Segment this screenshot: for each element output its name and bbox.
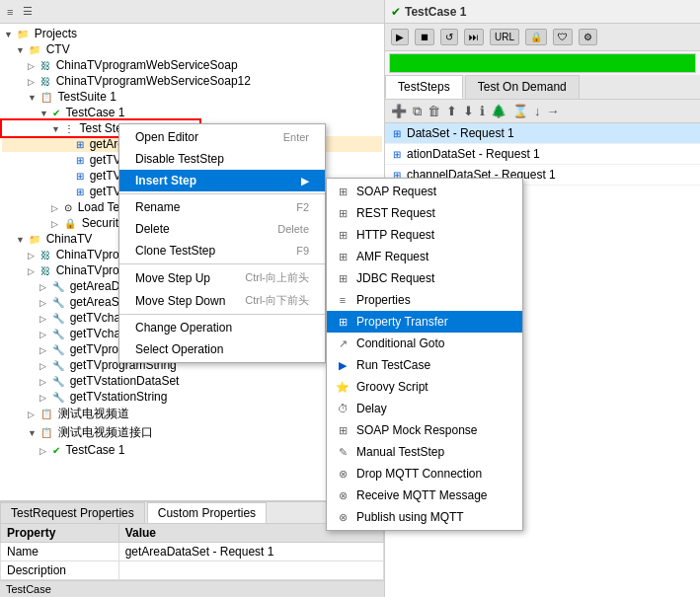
submenu-publish-mqtt[interactable]: ⊗ Publish using MQTT: [327, 506, 522, 528]
move-up-icon[interactable]: ⬆: [444, 103, 459, 119]
tree-item[interactable]: ▼ 📋 TestSuite 1: [2, 89, 382, 105]
menu-rename[interactable]: Rename F2: [119, 196, 325, 218]
tree-item[interactable]: ▼ 📁 Projects: [2, 26, 382, 41]
menu-insert-step[interactable]: Insert Step ▶: [119, 170, 325, 191]
submenu-amf-request[interactable]: ⊞ AMF Request: [327, 246, 522, 267]
table-row: Name getAreaDataSet - Request 1: [1, 543, 384, 561]
submenu-receive-mqtt[interactable]: ⊗ Receive MQTT Message: [327, 485, 522, 506]
publish-mqtt-icon: ⊗: [335, 511, 350, 524]
progress-area: [389, 53, 696, 73]
menu-move-step-up[interactable]: Move Step Up Ctrl-向上前头: [119, 266, 325, 289]
skip-button[interactable]: ⏭: [464, 29, 484, 45]
submenu-jdbc-request[interactable]: ⊞ JDBC Request: [327, 267, 522, 289]
list-icon[interactable]: ☰: [20, 4, 36, 19]
tree-icon[interactable]: 🌲: [489, 103, 508, 119]
menu-open-editor[interactable]: Open Editor Enter: [119, 126, 325, 148]
jdbc-request-icon: ⊞: [335, 272, 350, 285]
properties-table: Property Value Name getAreaDataSet - Req…: [0, 523, 384, 580]
arrow-icon[interactable]: ↓: [532, 103, 543, 119]
submenu-groovy-script[interactable]: ⭐ Groovy Script: [327, 376, 522, 398]
submenu-conditional-goto[interactable]: ↗ Conditional Goto: [327, 333, 522, 354]
tab-custom-properties[interactable]: Custom Properties: [147, 502, 267, 523]
soap-request-icon: ⊞: [335, 186, 350, 198]
copy-icon[interactable]: ⧉: [411, 103, 424, 120]
menu-change-operation[interactable]: Change Operation: [119, 317, 325, 338]
tree-item[interactable]: ▼ 📁 CTV: [2, 41, 382, 57]
tree-item[interactable]: ▷ ⛓ ChinaTVprogramWebServiceSoap12: [2, 73, 382, 89]
drop-mqtt-icon: ⊗: [335, 468, 350, 481]
prop-name-cell: Description: [1, 561, 119, 580]
submenu-manual-teststep[interactable]: ✎ Manual TestStep: [327, 441, 522, 463]
tab-testondemand[interactable]: Test On Demand: [465, 75, 580, 99]
refresh-button[interactable]: ↺: [440, 29, 458, 45]
play-button[interactable]: ▶: [391, 29, 409, 45]
filter-icon[interactable]: ⌛: [510, 103, 530, 119]
menu-select-operation[interactable]: Select Operation: [119, 338, 325, 360]
insert-step-submenu: ⊞ SOAP Request ⊞ REST Request ⊞ HTTP Req…: [326, 178, 523, 531]
menu-icon[interactable]: ≡: [4, 5, 16, 19]
submenu-delay[interactable]: ⏱ Delay: [327, 398, 522, 419]
arrow2-icon[interactable]: →: [545, 103, 562, 119]
http-request-icon: ⊞: [335, 229, 350, 242]
step-item[interactable]: ⊞ DataSet - Request 1: [385, 123, 700, 144]
properties-icon: ≡: [335, 294, 350, 306]
delete-icon[interactable]: 🗑: [426, 103, 442, 119]
menu-divider: [119, 193, 325, 194]
bottom-status: TestCase: [0, 580, 384, 597]
security-button[interactable]: 🔒: [525, 29, 547, 45]
submenu-properties[interactable]: ≡ Properties: [327, 289, 522, 311]
testcase-title: TestCase 1: [405, 5, 466, 19]
add-icon[interactable]: ➕: [389, 103, 409, 119]
tabs-row: TestSteps Test On Demand: [385, 75, 700, 100]
col-property: Property: [1, 524, 119, 543]
right-header: ✔ TestCase 1: [385, 0, 700, 24]
property-transfer-icon: ⊞: [335, 316, 350, 329]
steps-toolbar: ➕ ⧉ 🗑 ⬆ ⬇ ℹ 🌲 ⌛ ↓ →: [385, 100, 700, 123]
settings-button[interactable]: ⚙: [579, 29, 597, 45]
menu-divider: [119, 263, 325, 264]
info-icon[interactable]: ℹ: [478, 103, 487, 119]
test-controls: ▶ ⏹ ↺ ⏭ URL 🔒 🛡 ⚙: [385, 24, 700, 51]
delay-icon: ⏱: [335, 403, 350, 414]
submenu-soap-mock-response[interactable]: ⊞ SOAP Mock Response: [327, 419, 522, 441]
move-down-icon[interactable]: ⬇: [461, 103, 476, 119]
menu-move-step-down[interactable]: Move Step Down Ctrl-向下前头: [119, 289, 325, 312]
submenu-property-transfer[interactable]: ⊞ Property Transfer: [327, 311, 522, 333]
tree-item[interactable]: ▷ ⛓ ChinaTVprogramWebServiceSoap: [2, 57, 382, 73]
table-row: Description: [1, 561, 384, 580]
context-menu: Open Editor Enter Disable TestStep Inser…: [118, 123, 326, 363]
url-button[interactable]: URL: [490, 29, 519, 45]
shield-button[interactable]: 🛡: [553, 29, 573, 45]
groovy-script-icon: ⭐: [335, 381, 350, 394]
tab-teststeps[interactable]: TestSteps: [385, 75, 463, 99]
rest-request-icon: ⊞: [335, 207, 350, 220]
submenu-run-testcase[interactable]: ▶ Run TestCase: [327, 354, 522, 376]
navigator-toolbar: ≡ ☰: [0, 0, 384, 24]
prop-value-cell: [118, 561, 383, 580]
tree-item[interactable]: ▼ ✔ TestCase 1: [2, 105, 382, 120]
menu-delete[interactable]: Delete Delete: [119, 218, 325, 240]
prop-name-cell: Name: [1, 543, 119, 561]
progress-bar: [390, 54, 695, 72]
soap-mock-icon: ⊞: [335, 424, 350, 437]
run-testcase-icon: ▶: [335, 359, 350, 372]
tab-request-properties[interactable]: TestRequest Properties: [0, 502, 145, 523]
receive-mqtt-icon: ⊗: [335, 489, 350, 502]
submenu-soap-request[interactable]: ⊞ SOAP Request: [327, 181, 522, 202]
amf-request-icon: ⊞: [335, 251, 350, 263]
prop-value-cell: getAreaDataSet - Request 1: [118, 543, 383, 561]
menu-clone-teststep[interactable]: Clone TestStep F9: [119, 240, 325, 261]
submenu-http-request[interactable]: ⊞ HTTP Request: [327, 224, 522, 246]
submenu-arrow-icon: ▶: [301, 176, 309, 187]
conditional-goto-icon: ↗: [335, 337, 350, 350]
check-icon: ✔: [391, 5, 401, 19]
step-item[interactable]: ⊞ ationDataSet - Request 1: [385, 144, 700, 165]
submenu-rest-request[interactable]: ⊞ REST Request: [327, 202, 522, 224]
manual-teststep-icon: ✎: [335, 446, 350, 459]
stop-button[interactable]: ⏹: [415, 29, 434, 45]
submenu-drop-mqtt[interactable]: ⊗ Drop MQTT Connection: [327, 463, 522, 485]
menu-divider: [119, 314, 325, 315]
menu-disable-teststep[interactable]: Disable TestStep: [119, 148, 325, 170]
